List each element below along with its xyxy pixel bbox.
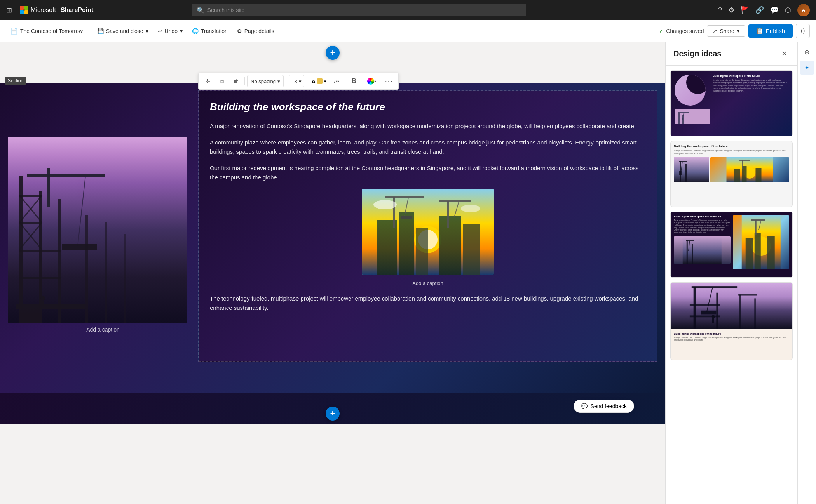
design-card-2[interactable]: Building the workspace of the future A m… [670, 141, 793, 207]
translation-button[interactable]: 🌐 Translation [188, 26, 232, 36]
search-bar[interactable]: 🔍 [192, 4, 526, 16]
move-handle[interactable]: ✛ [202, 75, 214, 87]
share-network-icon[interactable]: 🔗 [755, 6, 764, 14]
search-input[interactable] [207, 7, 521, 13]
content-para-4: The technology-fueled, multiphase projec… [210, 294, 646, 313]
ft-sep-4 [345, 77, 345, 85]
save-close-button[interactable]: 💾 Save and close ▾ [93, 26, 152, 36]
page-section: Add a caption ✛ ⧉ 🗑 No spacing ▾ [0, 83, 665, 393]
svg-rect-64 [745, 238, 753, 269]
svg-rect-65 [754, 233, 760, 269]
ft-sep-2 [286, 77, 286, 85]
bold-button[interactable]: B [348, 75, 360, 87]
svg-rect-46 [685, 164, 687, 182]
svg-rect-8 [47, 168, 50, 207]
flag-icon[interactable]: 🚩 [741, 6, 749, 14]
svg-point-81 [712, 315, 715, 318]
dc4-text-area: Building the workspace of the future A m… [671, 329, 792, 344]
font-color-button[interactable]: A ▾ [309, 75, 329, 87]
svg-rect-66 [767, 236, 774, 269]
waffle-icon[interactable]: ⊞ [6, 6, 12, 14]
svg-rect-12 [23, 309, 39, 323]
collapse-button[interactable]: ⟨⟩ [796, 24, 810, 38]
font-size-control[interactable]: 18 ▾ [289, 75, 304, 87]
page-details-button[interactable]: ⚙ Page details [233, 26, 278, 36]
page-title-item[interactable]: 📄 The Contoso of Tomorrow [6, 25, 87, 37]
svg-rect-52 [734, 169, 740, 182]
dc1-text-right: Building the workspace of the future A m… [713, 75, 788, 132]
share-dropdown-icon: ▾ [737, 28, 739, 34]
chat-icon[interactable]: 💬 [770, 6, 779, 14]
svg-rect-47 [679, 161, 687, 162]
page-icon: 📄 [10, 27, 18, 35]
design-ideas-toggle[interactable]: ✦ [800, 61, 814, 75]
content-para-2: A community plaza where employees can ga… [210, 138, 646, 156]
publish-button[interactable]: 📋 Publish [748, 24, 793, 38]
toolbar-separator-1 [90, 26, 90, 36]
left-image-caption[interactable]: Add a caption [8, 327, 198, 333]
style-label: No spacing [251, 78, 276, 84]
left-image-panel: Add a caption [8, 90, 198, 386]
send-feedback-button[interactable]: 💬 Send feedback [574, 400, 634, 413]
add-section-bottom-button[interactable]: + [326, 407, 340, 421]
share-icon: ↗ [713, 28, 717, 34]
add-section-top-button[interactable]: + [326, 46, 340, 60]
apps-icon[interactable]: ⬡ [785, 6, 791, 14]
svg-rect-33 [401, 216, 412, 219]
svg-point-38 [461, 205, 480, 212]
inline-image-container: Add a caption [210, 189, 646, 288]
svg-rect-78 [739, 295, 741, 329]
more-options-button[interactable]: ··· [383, 75, 395, 87]
user-avatar[interactable]: A [797, 4, 810, 16]
svg-rect-26 [399, 212, 414, 275]
style-dropdown[interactable]: No spacing ▾ [247, 75, 284, 87]
canvas-scroll[interactable]: + Section [0, 42, 665, 504]
svg-rect-17 [124, 234, 126, 323]
save-icon: 💾 [97, 28, 104, 34]
design-panel-close[interactable]: ✕ [779, 48, 790, 59]
design-card-1[interactable]: Building the workspace of the future A m… [670, 70, 793, 136]
settings-icon[interactable]: ⚙ [728, 6, 734, 14]
dc2-images [674, 157, 789, 182]
add-webpart-button[interactable]: ⊕ [800, 45, 814, 59]
design-card-3[interactable]: Building the workspace of the future A m… [670, 212, 793, 278]
color-circle [367, 78, 374, 85]
text-cursor [269, 306, 269, 311]
svg-rect-59 [692, 244, 693, 264]
duplicate-button[interactable]: ⧉ [216, 75, 228, 87]
text-highlight-button[interactable]: A̲ ▾ [330, 75, 343, 87]
svg-rect-11 [16, 304, 85, 309]
svg-rect-14 [42, 301, 44, 306]
svg-rect-6 [19, 277, 61, 279]
share-button[interactable]: ↗ Share ▾ [707, 25, 745, 37]
svg-rect-67 [755, 220, 756, 235]
ft-sep-5 [363, 77, 363, 85]
delete-button[interactable]: 🗑 [230, 75, 242, 87]
close-icon: ✕ [781, 49, 787, 58]
microsoft-logo: Microsoft [20, 6, 56, 14]
inline-caption[interactable]: Add a caption [210, 280, 646, 288]
publish-icon: 📋 [756, 28, 764, 35]
dc2-image-2 [710, 157, 789, 182]
svg-rect-54 [756, 168, 762, 182]
svg-rect-58 [687, 240, 688, 264]
svg-rect-7 [27, 174, 105, 177]
page-toolbar: 📄 The Contoso of Tomorrow 💾 Save and clo… [0, 20, 816, 42]
feedback-icon: 💬 [581, 403, 588, 409]
text-content-box[interactable]: Building the workspace of the future A m… [198, 90, 657, 362]
text-panel-wrapper: ✛ ⧉ 🗑 No spacing ▾ 18 ▾ [198, 90, 657, 386]
svg-line-9 [78, 176, 85, 246]
help-icon[interactable]: ? [718, 6, 722, 14]
undo-button[interactable]: ↩ Undo ▾ [154, 26, 187, 36]
color-palette-button[interactable]: ▾ [365, 75, 378, 87]
design-card-4[interactable]: Building the workspace of the future A m… [670, 282, 793, 360]
inline-image [362, 189, 494, 275]
page-title-label: The Contoso of Tomorrow [20, 28, 83, 34]
top-navigation: ⊞ Microsoft SharePoint 🔍 ? ⚙ 🚩 🔗 💬 ⬡ A [0, 0, 816, 20]
svg-rect-79 [754, 298, 756, 328]
svg-rect-25 [377, 220, 397, 275]
crane-svg [8, 137, 187, 323]
toolbar-right: ✓ Changes saved ↗ Share ▾ 📋 Publish ⟨⟩ [659, 24, 810, 38]
microsoft-text: Microsoft [31, 7, 56, 14]
design-panel-title: Design ideas [673, 49, 721, 58]
